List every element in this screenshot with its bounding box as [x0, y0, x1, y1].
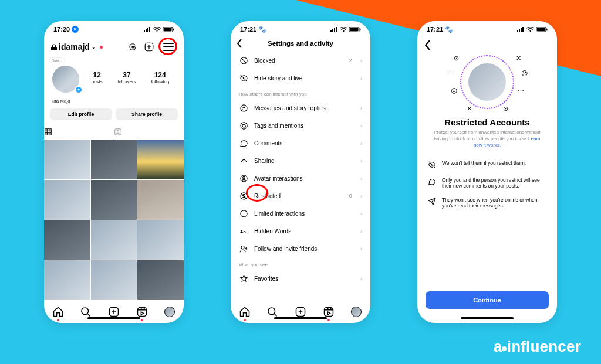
messages-icon: [239, 103, 248, 113]
nav-profile[interactable]: [350, 306, 362, 318]
settings-row-hide[interactable]: Hide story and live›: [231, 69, 370, 87]
home-indicator: [87, 317, 140, 319]
grid-cell[interactable]: [91, 260, 137, 300]
info-row: They won't see when you're online or whe…: [428, 197, 546, 209]
row-label: Avatar interactions: [254, 175, 354, 182]
battery-icon: [349, 27, 361, 32]
create-icon[interactable]: [144, 42, 154, 52]
back-button[interactable]: [237, 39, 242, 48]
settings-list: Blocked2›Hide story and live› How others…: [231, 52, 370, 300]
follow-icon: [239, 244, 248, 253]
nav-create[interactable]: [295, 306, 306, 318]
settings-row-limited[interactable]: Limited interactions›: [231, 205, 370, 222]
share-icon: [239, 156, 248, 165]
nav-search[interactable]: [80, 306, 92, 318]
stat-posts[interactable]: 12 posts: [92, 71, 103, 84]
notification-dot: [327, 319, 330, 321]
nav-profile[interactable]: [164, 306, 175, 318]
note-bubble[interactable]: Note...: [49, 57, 65, 63]
settings-row-at[interactable]: Tags and mentions›: [231, 117, 370, 134]
svg-point-21: [241, 246, 244, 249]
settings-row-restricted[interactable]: Restricted0›: [231, 187, 370, 205]
share-profile-button[interactable]: Share profile: [116, 108, 178, 120]
stat-following[interactable]: 124 following: [151, 71, 169, 84]
signal-icon: [516, 27, 525, 32]
svg-rect-4: [115, 129, 121, 135]
grid-cell[interactable]: [91, 140, 137, 179]
bottom-nav: [44, 300, 184, 323]
settings-row-aa[interactable]: AaHidden Words›: [231, 222, 370, 240]
edit-profile-button[interactable]: Edit profile: [50, 108, 112, 120]
threads-icon[interactable]: [127, 42, 138, 52]
status-time: 17:20: [53, 26, 70, 33]
page-title: Settings and activity: [268, 40, 333, 47]
settings-row-comment[interactable]: Comments›: [231, 134, 370, 152]
svg-text:Aa: Aa: [239, 229, 246, 234]
nav-reels[interactable]: [323, 306, 335, 318]
settings-row-block[interactable]: Blocked2›: [231, 52, 370, 69]
row-meta: 2: [349, 57, 352, 63]
grid-cell[interactable]: [44, 180, 90, 219]
username-text: idamajd: [59, 42, 90, 52]
notification-dot: [244, 319, 246, 321]
hide-icon: [239, 73, 248, 83]
chevron-right-icon: ›: [360, 228, 362, 234]
settings-row-messages[interactable]: Messages and story replies›: [231, 99, 370, 117]
chevron-right-icon: ›: [360, 158, 362, 164]
battery-icon: [536, 27, 548, 32]
avatar-icon: [239, 174, 248, 183]
username-dropdown[interactable]: idamajd ⌄: [51, 42, 103, 52]
nav-search[interactable]: [266, 306, 278, 318]
grid-tab[interactable]: [44, 124, 114, 140]
grid-cell[interactable]: [91, 220, 137, 260]
signal-icon: [330, 27, 338, 32]
grid-cell[interactable]: [44, 220, 90, 260]
home-indicator: [461, 317, 514, 319]
grid-cell[interactable]: [91, 180, 137, 219]
avatar-ring: ⊘ ⋯ ☹ ✕ ✕ ☹ ⋯ ⊘: [460, 55, 514, 109]
row-label: Follow and invite friends: [254, 246, 354, 252]
chevron-right-icon: ›: [360, 123, 362, 129]
grid-cell[interactable]: [137, 260, 184, 300]
grid-cell[interactable]: [137, 220, 184, 260]
grid-cell[interactable]: [137, 180, 184, 219]
back-button[interactable]: [424, 40, 431, 50]
avatar-story[interactable]: Note... +: [51, 60, 82, 95]
settings-row-follow[interactable]: Follow and invite friends›: [231, 240, 370, 257]
page-subtitle: Protect yourself from unwanted interacti…: [427, 130, 548, 148]
status-bar: 17:21 🐾: [417, 21, 557, 38]
chevron-right-icon: ›: [360, 140, 362, 147]
chevron-right-icon: ›: [360, 175, 362, 182]
nav-home[interactable]: [52, 306, 64, 318]
grid-cell[interactable]: [137, 140, 184, 179]
grid-cell[interactable]: [44, 260, 90, 300]
nav-create[interactable]: [108, 306, 120, 318]
battery-icon: [163, 27, 174, 32]
settings-row-avatar[interactable]: Avatar interactions›: [231, 169, 370, 187]
highlight-circle: [246, 184, 268, 202]
notification-dot: [57, 319, 59, 321]
continue-button[interactable]: Continue: [426, 291, 549, 309]
row-label: Hide story and live: [254, 75, 354, 81]
avatar: [468, 63, 506, 101]
avatar-icon: [351, 307, 362, 317]
menu-button[interactable]: [160, 39, 177, 55]
row-label: Tags and mentions: [254, 123, 354, 129]
wifi-icon: [526, 27, 534, 32]
add-story-icon[interactable]: +: [75, 86, 83, 94]
settings-row-share[interactable]: Sharing›: [231, 152, 370, 169]
nav-home[interactable]: [239, 306, 251, 318]
phone-row: 17:20 ➤ idamajd ⌄: [34, 21, 567, 323]
settings-row-star[interactable]: Favorites›: [231, 270, 370, 287]
chevron-right-icon: ›: [360, 105, 362, 111]
stat-followers[interactable]: 37 followers: [117, 71, 136, 84]
grid-cell[interactable]: [44, 140, 90, 179]
bottom-nav: [231, 300, 370, 323]
nav-reels[interactable]: [136, 306, 148, 318]
svg-rect-8: [137, 307, 146, 316]
svg-point-16: [242, 176, 245, 179]
posts-grid: [44, 140, 184, 300]
highlight-circle: [158, 38, 177, 55]
svg-rect-27: [546, 28, 548, 30]
tagged-tab[interactable]: [114, 124, 184, 140]
